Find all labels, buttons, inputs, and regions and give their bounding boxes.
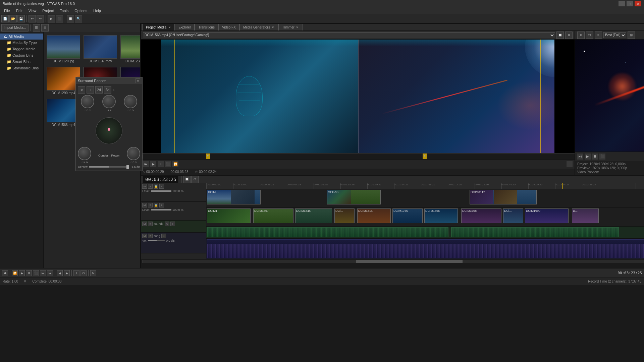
- preview-play[interactable]: ▶: [585, 154, 591, 160]
- track-4-solo[interactable]: S: [148, 234, 153, 238]
- step-fwd-btn[interactable]: ▶: [64, 270, 70, 276]
- clip-v2-3[interactable]: DCIM1845: [295, 208, 332, 223]
- timeline-scrollbar[interactable]: [141, 259, 644, 264]
- preview-fx-btn[interactable]: fx: [586, 32, 593, 39]
- panner-field[interactable]: [78, 117, 140, 144]
- track-2-expand[interactable]: ≡: [159, 203, 164, 207]
- track-4-fx[interactable]: fx: [161, 234, 166, 238]
- undo-button[interactable]: ↩: [29, 15, 36, 22]
- tree-item-media-by-type[interactable]: 📁 Media By Type: [0, 40, 43, 46]
- track-4-mute[interactable]: M: [142, 234, 147, 238]
- track-1-mute[interactable]: M: [142, 184, 147, 189]
- record-btn[interactable]: ⏺: [2, 270, 8, 276]
- track-3-fx[interactable]: fx: [165, 222, 169, 226]
- panner-bl-knob[interactable]: [78, 147, 91, 160]
- surround-panner-title-bar[interactable]: Surround Panner ✕: [76, 77, 142, 84]
- trimmer-goto-start[interactable]: ⏮: [143, 161, 149, 167]
- trimmer-pause[interactable]: ⏸: [158, 161, 164, 167]
- redo-button[interactable]: ↪: [37, 15, 44, 22]
- preview-more-btn[interactable]: ≡: [595, 32, 602, 39]
- preview-quality-select[interactable]: Best (Full): [603, 32, 626, 38]
- maximize-button[interactable]: □: [627, 1, 633, 6]
- track-1-expand[interactable]: ≡: [159, 184, 164, 189]
- trimmer-stop[interactable]: ⬛: [165, 161, 171, 167]
- stop-btn[interactable]: ⬛: [33, 270, 39, 276]
- snap-button[interactable]: 🔲: [67, 15, 74, 22]
- tab-trimmer[interactable]: Trimmer ✕: [278, 24, 303, 31]
- tree-item-smart-bins[interactable]: 📁 Smart Bins: [0, 59, 43, 65]
- open-button[interactable]: 📂: [9, 15, 17, 22]
- trimmer-scrubbar[interactable]: ▼ ▼: [141, 153, 575, 159]
- menu-project[interactable]: Project: [40, 8, 56, 13]
- trimmer-close-btn[interactable]: ✕: [565, 32, 573, 39]
- center-slider[interactable]: [89, 166, 129, 168]
- clip-v2-7[interactable]: DCIM1566: [424, 208, 458, 223]
- playhead[interactable]: [562, 183, 562, 189]
- track-2-lock[interactable]: 🔒: [154, 203, 158, 207]
- clip-v2-9[interactable]: DCl...: [503, 208, 523, 223]
- play-button[interactable]: ▶: [48, 15, 55, 22]
- track-2-solo[interactable]: S: [148, 203, 153, 207]
- trimmer-menu[interactable]: ☰: [567, 161, 573, 167]
- panner-center-knob[interactable]: [102, 95, 116, 108]
- tab-video-fx[interactable]: Video FX: [218, 24, 239, 31]
- preview-pause[interactable]: ⏸: [592, 154, 598, 160]
- vol-slider-4[interactable]: [148, 240, 165, 241]
- media-item-7[interactable]: DCIM1566.mp4: [47, 99, 80, 127]
- timeline-snap-btn[interactable]: 🔲: [183, 176, 191, 183]
- media-item-2[interactable]: DCIM1137.mov: [84, 35, 117, 64]
- tab-explorer[interactable]: Explorer: [175, 24, 195, 31]
- step-back-btn[interactable]: ◀: [57, 270, 63, 276]
- menu-file[interactable]: File: [1, 8, 13, 13]
- clip-v2-6[interactable]: DCIM1765: [392, 208, 423, 223]
- clip-v1-2[interactable]: VEGAS ...: [327, 190, 381, 204]
- preview-settings-btn[interactable]: ⚙: [577, 32, 585, 39]
- panner-2d-btn[interactable]: 2d: [95, 86, 103, 94]
- clip-v2-1[interactable]: DCIM1: [207, 208, 251, 223]
- timeline-loop-btn[interactable]: ⟳: [191, 176, 199, 183]
- media-grid-btn[interactable]: ⊞: [41, 24, 49, 32]
- audio-clip-1[interactable]: [207, 227, 448, 237]
- tab-transitions[interactable]: Transitions: [195, 24, 218, 31]
- save-button[interactable]: 💾: [17, 15, 25, 22]
- preview-goto-start[interactable]: ⏮: [577, 154, 583, 160]
- tab-project-media[interactable]: Project Media ✕: [142, 24, 175, 31]
- mark-out-btn[interactable]: O: [80, 270, 87, 276]
- surround-panner-close[interactable]: ✕: [136, 78, 140, 83]
- trimmer-snap-btn[interactable]: 🔲: [556, 32, 564, 39]
- panner-plus-btn[interactable]: +: [87, 86, 94, 94]
- tab-media-generators[interactable]: Media Generators ✕: [239, 24, 278, 31]
- loop-btn[interactable]: 🔁: [12, 270, 18, 276]
- clip-v2-8[interactable]: DCIM3768: [461, 208, 501, 223]
- media-item-4[interactable]: DCIM1290.mp4: [47, 67, 80, 96]
- clip-v1-1[interactable]: DCIM...: [207, 190, 261, 204]
- track-2-mute[interactable]: M: [142, 203, 147, 207]
- new-button[interactable]: 📄: [1, 15, 9, 22]
- minimize-button[interactable]: ─: [619, 1, 625, 6]
- preview-grid-btn[interactable]: ⊞: [628, 32, 635, 39]
- tree-item-storyboard-bins[interactable]: 📁 Storyboard Bins: [0, 65, 43, 71]
- stop-button[interactable]: ⬛: [56, 15, 63, 22]
- tab-project-media-close[interactable]: ✕: [168, 26, 171, 29]
- import-media-button[interactable]: Import Media...: [1, 24, 29, 32]
- level-slider-1[interactable]: [151, 190, 171, 192]
- panner-3d-btn[interactable]: 3d: [104, 86, 111, 94]
- song-clip[interactable]: [207, 239, 644, 258]
- trimmer-loop[interactable]: 🔁: [172, 161, 178, 167]
- clip-v2-4[interactable]: DCl...: [334, 208, 355, 223]
- rewind-btn[interactable]: ⏮: [40, 270, 46, 276]
- clip-v1-3[interactable]: DCIM3112: [470, 190, 537, 204]
- menu-edit[interactable]: Edit: [13, 8, 25, 13]
- track-3-mute[interactable]: M: [142, 222, 147, 226]
- tree-item-all-media[interactable]: 🗂 All Media: [0, 34, 43, 40]
- menu-help[interactable]: Help: [91, 8, 104, 13]
- menu-tools[interactable]: Tools: [57, 8, 71, 13]
- clip-v2-2[interactable]: DCIM1867: [253, 208, 293, 223]
- menu-options[interactable]: Options: [72, 8, 90, 13]
- trimmer-file-select[interactable]: DCIM1566.mp4 [C:\User\Footage\Gaming\]: [143, 32, 555, 38]
- preview-stop[interactable]: ⬛: [599, 154, 605, 160]
- panner-right-knob[interactable]: [124, 95, 137, 108]
- play-btn[interactable]: ▶: [19, 270, 25, 276]
- close-button[interactable]: ✕: [635, 1, 641, 6]
- track-1-solo[interactable]: S: [148, 184, 153, 189]
